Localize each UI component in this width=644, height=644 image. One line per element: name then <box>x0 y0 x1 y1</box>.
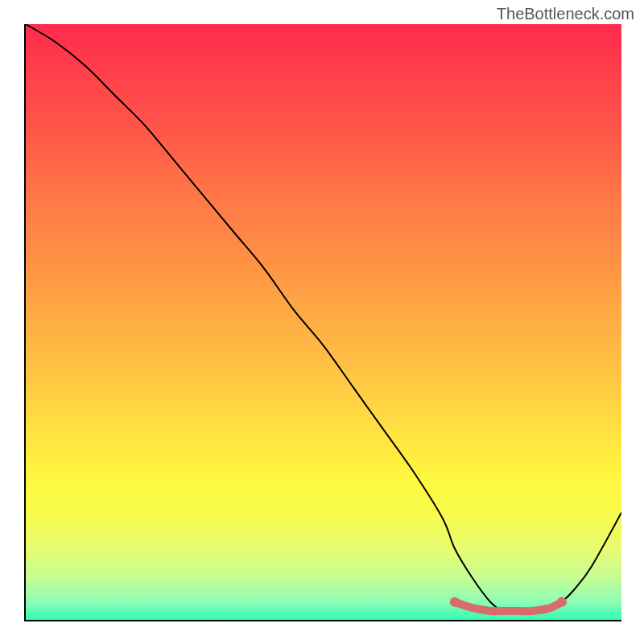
watermark-text: TheBottleneck.com <box>497 5 634 23</box>
main-curve-line <box>26 24 621 614</box>
marker-band-line <box>455 602 562 611</box>
chart-svg <box>26 24 621 620</box>
chart-container: TheBottleneck.com <box>0 0 644 644</box>
marker-dot <box>557 597 567 607</box>
plot-area <box>24 24 621 621</box>
marker-dot <box>450 597 460 607</box>
